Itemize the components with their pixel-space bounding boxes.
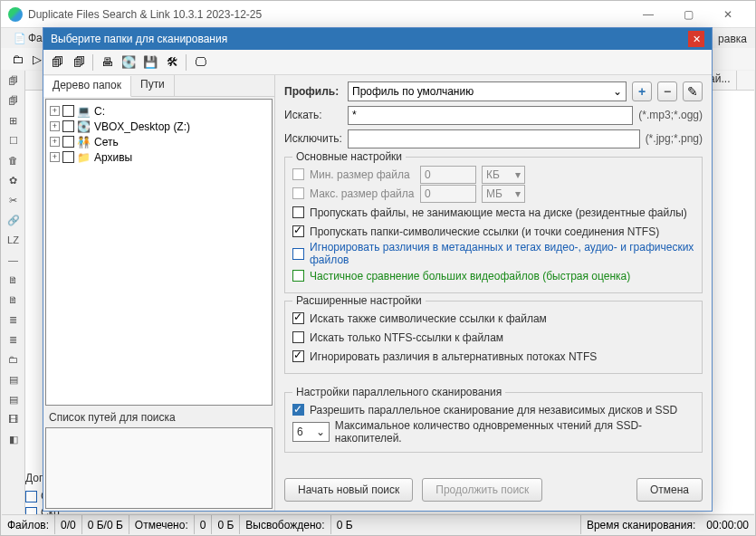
checkbox-icon[interactable] (292, 187, 304, 199)
drive-icon: 💽 (77, 120, 91, 133)
tool-icon[interactable]: 🛠 (162, 53, 182, 72)
strip-icon[interactable]: 🗀 (5, 351, 22, 368)
status-time-val: 00:00:00 (701, 515, 754, 534)
scan-dialog: Выберите папки для сканирования ✕ 🗐 🗐 🖶 … (43, 27, 713, 512)
threads-spinner[interactable]: 6⌄ (292, 422, 330, 442)
strip-icon[interactable]: ⊞ (5, 112, 22, 129)
ignore-meta-label: Игнорировать различия в метаданных и тег… (310, 241, 694, 266)
strip-icon[interactable]: ◧ (5, 431, 22, 447)
status-freed-b: 0 Б (331, 515, 581, 534)
max-unit-select: МБ▾ (482, 185, 525, 203)
min-size-input (420, 166, 476, 184)
screen-icon[interactable]: 🖵 (190, 53, 210, 72)
checkbox-icon[interactable] (292, 350, 304, 362)
strip-icon[interactable]: 🗎 (5, 272, 22, 288)
minimize-button[interactable]: — (628, 1, 668, 28)
printer-icon[interactable]: 🖶 (97, 53, 117, 72)
toolbar-btn-1[interactable]: 🗀 (8, 50, 26, 68)
cancel-button[interactable]: Отмена (636, 478, 703, 502)
menu-help-partial[interactable]: равка (718, 33, 747, 45)
status-files-val: 0/0 (55, 515, 82, 534)
profile-add-button[interactable]: + (632, 81, 652, 101)
status-freed: Высвобождено: (240, 515, 330, 534)
exclude-hint: (*.jpg;*.png) (646, 132, 703, 145)
expand-icon[interactable]: + (50, 137, 60, 147)
search-label: Искать: (284, 109, 342, 121)
strip-icon[interactable]: ☐ (5, 132, 22, 148)
tree-node: +💽VBOX_Desktop (Z:) (50, 119, 268, 134)
strip-icon[interactable]: ▤ (5, 391, 22, 407)
strip-icon[interactable]: ≣ (5, 331, 22, 348)
checkbox-icon[interactable] (292, 404, 304, 416)
checkbox-icon[interactable] (62, 105, 74, 117)
expand-icon[interactable]: + (50, 152, 60, 162)
profile-select[interactable]: Профиль по умолчанию⌄ (348, 81, 627, 101)
close-button[interactable]: ✕ (708, 1, 748, 28)
status-sel-n: 0 (195, 515, 213, 534)
par-legend: Настройки параллельного сканирования (292, 386, 505, 398)
paste-icon[interactable]: 🗐 (69, 53, 89, 72)
main-titlebar: Duplicate Files Search & Link 10.3.1 202… (1, 1, 755, 28)
dialog-close-button[interactable]: ✕ (688, 31, 704, 47)
strip-icon[interactable]: ✿ (5, 172, 22, 188)
strip-icon[interactable]: ▤ (5, 371, 22, 388)
checkbox-icon[interactable] (62, 120, 74, 132)
dialog-toolbar: 🗐 🗐 🖶 💽 💾 🛠 🖵 (43, 50, 712, 75)
strip-icon[interactable]: LZ (5, 232, 22, 248)
checkbox-icon[interactable] (292, 312, 304, 324)
folder-icon: 📁 (77, 151, 91, 164)
checkbox-icon[interactable] (25, 491, 37, 502)
exclude-input[interactable] (348, 129, 640, 148)
strip-icon[interactable]: 🗐 (5, 92, 22, 109)
max-size-label: Макс. размер файла (310, 187, 415, 200)
strip-icon[interactable]: 🗐 (5, 72, 22, 89)
checkbox-icon[interactable] (62, 136, 74, 148)
menu-file[interactable]: 📄Фа (10, 30, 46, 46)
status-bytes: 0 Б/0 Б (82, 515, 129, 534)
save-icon[interactable]: 💾 (140, 53, 160, 72)
window-title: Duplicate Files Search & Link 10.3.1 202… (28, 8, 628, 21)
dialog-title: Выберите папки для сканирования (51, 33, 688, 45)
chevron-down-icon: ⌄ (613, 85, 622, 98)
expand-icon[interactable]: + (50, 121, 60, 131)
exclude-label: Исключить: (284, 132, 342, 145)
continue-search-button: Продолжить поиск (422, 478, 542, 502)
strip-icon[interactable]: ≣ (5, 311, 22, 328)
skip-resident-label: Пропускать файлы, не занимающие места на… (310, 206, 687, 219)
strip-icon[interactable]: 🗎 (5, 292, 22, 308)
profile-remove-button[interactable]: − (657, 81, 677, 101)
strip-icon[interactable]: ✂ (5, 192, 22, 208)
paths-list[interactable] (45, 427, 273, 509)
checkbox-icon[interactable] (292, 248, 304, 260)
start-search-button[interactable]: Начать новый поиск (284, 478, 413, 502)
profile-label: Профиль: (284, 85, 342, 98)
strip-icon[interactable]: 🔗 (5, 212, 22, 228)
also-symlinks-label: Искать также символические ссылки к файл… (310, 312, 547, 325)
tab-folder-tree[interactable]: Дерево папок (43, 76, 131, 97)
dialog-titlebar: Выберите папки для сканирования ✕ (43, 28, 712, 50)
tree-node: +🧑‍🤝‍🧑Сеть (50, 134, 268, 149)
basic-legend: Основные настройки (292, 150, 406, 163)
checkbox-icon[interactable] (292, 270, 304, 282)
checkbox-icon[interactable] (292, 331, 304, 343)
strip-icon[interactable]: 🎞 (5, 411, 22, 427)
copy-icon[interactable]: 🗐 (47, 53, 67, 72)
left-tabs: Дерево папок Пути (43, 75, 274, 97)
checkbox-icon[interactable] (292, 225, 304, 237)
checkbox-icon[interactable] (292, 206, 304, 218)
disk-icon[interactable]: 💽 (119, 53, 139, 72)
search-hint: (*.mp3;*.ogg) (638, 109, 703, 121)
checkbox-icon[interactable] (62, 151, 74, 163)
profile-edit-button[interactable]: ✎ (683, 81, 703, 101)
strip-icon[interactable]: — (5, 252, 22, 268)
maximize-button[interactable]: ▢ (668, 1, 708, 28)
search-input[interactable] (348, 106, 633, 125)
expand-icon[interactable]: + (50, 106, 60, 116)
folder-tree[interactable]: +💻C: +💽VBOX_Desktop (Z:) +🧑‍🤝‍🧑Сеть +📁Ар… (45, 99, 273, 406)
min-unit-select: КБ▾ (482, 166, 525, 184)
tab-paths[interactable]: Пути (131, 75, 175, 96)
strip-icon[interactable]: 🗑 (5, 152, 22, 168)
chevron-down-icon: ▾ (515, 187, 521, 200)
checkbox-icon[interactable] (292, 168, 304, 180)
app-icon (8, 7, 23, 22)
